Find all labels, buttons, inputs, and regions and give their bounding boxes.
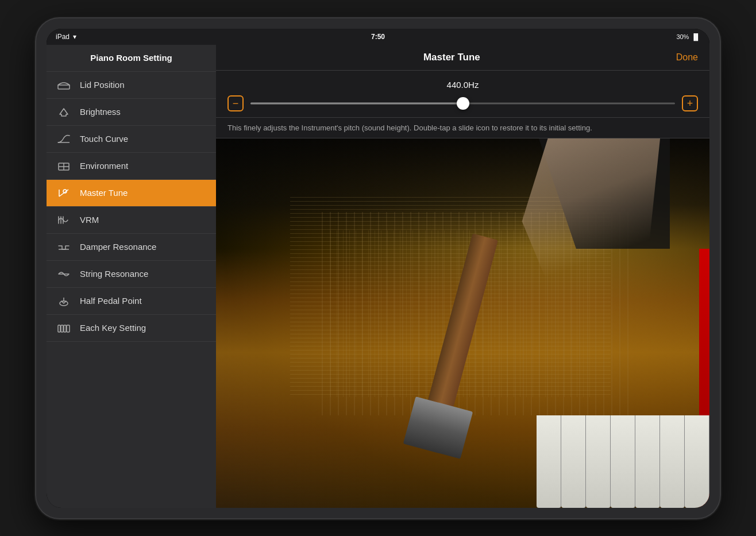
sidebar-item-environment[interactable]: Environment: [47, 153, 216, 180]
hammer-head: [403, 396, 473, 459]
sidebar-title: Piano Room Setting: [90, 53, 172, 63]
slider-value: 440.0Hz: [227, 80, 698, 90]
main-title: Master Tune: [377, 52, 526, 63]
sidebar-item-lid-position[interactable]: Lid Position: [47, 72, 216, 99]
half-pedal-icon: [56, 295, 72, 307]
sidebar-header: Piano Room Setting: [47, 45, 216, 72]
brightness-icon: [56, 106, 72, 118]
slider-increase-button[interactable]: +: [682, 95, 698, 111]
battery-icon: ▐▌: [691, 33, 700, 40]
status-bar: iPad ▾ 7:50 30% ▐▌: [47, 29, 709, 45]
main-content: Master Tune Done 440.0Hz − +: [216, 45, 709, 508]
key-white-1: [537, 415, 561, 508]
status-left: iPad ▾: [56, 33, 76, 41]
brightness-label: Brightness: [80, 107, 121, 117]
sidebar: Piano Room Setting Lid Position Brightne…: [47, 45, 216, 508]
status-right: 30% ▐▌: [676, 33, 700, 40]
sidebar-item-brightness[interactable]: Brightness: [47, 99, 216, 126]
app-container: Piano Room Setting Lid Position Brightne…: [47, 45, 709, 508]
sidebar-item-touch-curve[interactable]: Touch Curve: [47, 126, 216, 153]
svg-rect-15: [67, 325, 70, 332]
each-key-label: Each Key Setting: [80, 323, 146, 333]
environment-label: Environment: [80, 161, 128, 171]
sidebar-item-string-resonance[interactable]: String Resonance: [47, 261, 216, 288]
vrm-label: VRM: [80, 215, 99, 225]
slider-section: 440.0Hz − +: [216, 71, 709, 118]
damper-resonance-icon: [56, 241, 72, 253]
key-white-6: [660, 415, 685, 508]
lid-position-label: Lid Position: [80, 80, 125, 90]
main-header: Master Tune Done: [216, 45, 709, 71]
piano-keys: [537, 415, 709, 508]
key-white-2: [561, 415, 586, 508]
hammer-handle: [424, 233, 499, 422]
each-key-icon: [56, 322, 72, 334]
done-button[interactable]: Done: [676, 52, 698, 63]
sidebar-item-damper-resonance[interactable]: Damper Resonance: [47, 234, 216, 261]
sidebar-item-each-key[interactable]: Each Key Setting: [47, 315, 216, 342]
device-frame: iPad ▾ 7:50 30% ▐▌ Piano Room Setting: [36, 18, 720, 518]
string-resonance-label: String Resonance: [80, 269, 148, 279]
string-resonance-icon: [56, 268, 72, 280]
battery-percent: 30%: [676, 33, 689, 40]
vrm-icon: [56, 214, 72, 226]
wifi-icon: ▾: [73, 33, 76, 41]
svg-rect-13: [61, 325, 63, 332]
master-tune-icon: [56, 187, 72, 199]
key-white-3: [586, 415, 611, 508]
svg-rect-14: [64, 325, 66, 332]
key-white-5: [635, 415, 660, 508]
slider-decrease-button[interactable]: −: [227, 95, 244, 111]
status-time: 7:50: [371, 33, 385, 41]
sidebar-item-master-tune[interactable]: Master Tune: [47, 180, 216, 207]
ipad-label: iPad: [56, 33, 70, 41]
master-tune-label: Master Tune: [80, 188, 128, 198]
slider-track-container[interactable]: [250, 102, 675, 105]
slider-thumb[interactable]: [457, 97, 469, 110]
sidebar-item-half-pedal[interactable]: Half Pedal Point: [47, 288, 216, 315]
damper-resonance-label: Damper Resonance: [80, 242, 156, 252]
half-pedal-label: Half Pedal Point: [80, 296, 142, 306]
device-screen: iPad ▾ 7:50 30% ▐▌ Piano Room Setting: [47, 29, 709, 508]
svg-rect-12: [58, 325, 60, 332]
hammer-area: [364, 230, 512, 452]
lid-position-icon: [56, 79, 72, 91]
touch-curve-icon: [56, 133, 72, 145]
slider-row: − +: [227, 95, 698, 111]
piano-background: [216, 138, 709, 508]
svg-rect-0: [58, 85, 70, 89]
key-white-7: [685, 415, 709, 508]
slider-fill: [250, 102, 463, 104]
key-white-4: [611, 415, 635, 508]
touch-curve-label: Touch Curve: [80, 134, 128, 144]
piano-image-area: [216, 138, 709, 508]
description-text: This finely adjusts the Instrument's pit…: [216, 118, 709, 138]
environment-icon: [56, 160, 72, 172]
sidebar-item-vrm[interactable]: VRM: [47, 207, 216, 234]
